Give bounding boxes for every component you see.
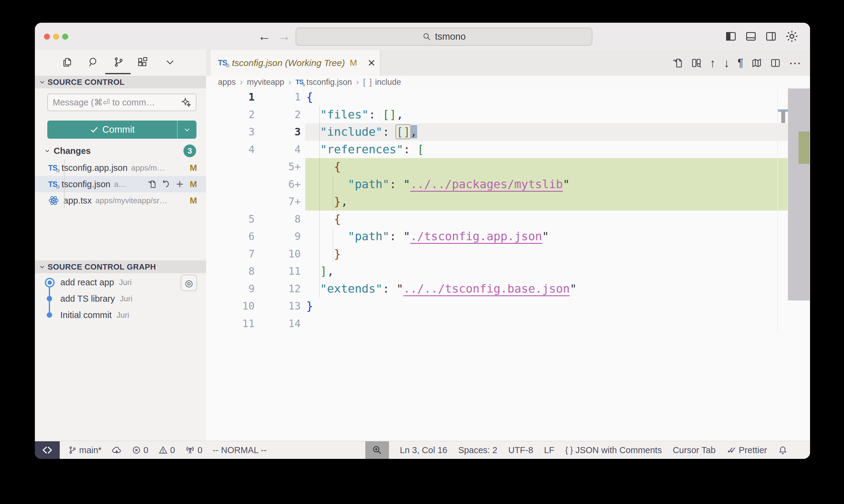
zoom-indicator[interactable] (365, 441, 389, 459)
ports-count[interactable]: 0 (185, 445, 202, 455)
warning-count[interactable]: 0 (158, 445, 175, 455)
source-control-graph-header[interactable]: SOURCE CONTROL GRAPH (35, 260, 206, 273)
overview-added-decoration (798, 131, 810, 164)
next-change-icon[interactable]: ↓ (724, 57, 730, 69)
previous-change-icon[interactable]: ↑ (710, 57, 716, 69)
diff-review-icon[interactable] (691, 57, 702, 69)
code-line-12[interactable]: 912 "extends": "../../tsconfig.base.json… (206, 280, 810, 298)
status-badge: M (190, 179, 197, 189)
notifications-bell[interactable] (778, 445, 788, 455)
chevron-down-icon (45, 148, 50, 154)
code-line-13[interactable]: 1013} (206, 298, 810, 315)
cursor-tab[interactable]: Cursor Tab (673, 445, 716, 455)
settings-gear-icon[interactable] (785, 30, 798, 43)
command-center-search[interactable]: tsmono (296, 28, 592, 46)
commit-author: Juri (120, 294, 133, 304)
commit-graph-list: add react appJuri◎add TS libraryJuriInit… (35, 274, 206, 323)
commit-button[interactable]: Commit (47, 121, 196, 139)
commit-message-input[interactable]: Message (⌘⏎ to comm… (47, 94, 196, 111)
explorer-icon[interactable] (62, 57, 72, 68)
code-line-6[interactable]: 6+ "path": "../../packages/mytslib" (206, 176, 810, 193)
commit-row-2[interactable]: add TS libraryJuri (35, 290, 206, 307)
open-file-icon[interactable] (672, 57, 683, 69)
source-control-header[interactable]: SOURCE CONTROL (35, 76, 206, 88)
modified-line-number: 7+ (255, 193, 301, 211)
tab-tsconfig-working-tree[interactable]: TS⚙ tsconfig.json (Working Tree) M ✕ (211, 50, 380, 76)
breadcrumb[interactable]: apps›myviteapp›TS⚙tsconfig.json›[ ]inclu… (206, 76, 810, 88)
indentation[interactable]: Spaces: 2 (458, 445, 497, 455)
search-view-icon[interactable] (88, 57, 99, 68)
modified-line-number: 9 (255, 228, 301, 245)
chevron-down-icon (39, 264, 45, 270)
chevron-down-icon[interactable] (165, 57, 175, 68)
extensions-icon[interactable] (137, 57, 148, 68)
commit-row-3[interactable]: Initial commitJuri (35, 307, 206, 323)
code-line-2[interactable]: 22 "files": [], (206, 106, 810, 124)
error-count[interactable]: 0 (132, 445, 148, 455)
code-lines[interactable]: 11{22 "files": [],33 "include": [],44 "r… (206, 88, 810, 332)
vim-mode[interactable]: -- NORMAL -- (213, 445, 267, 455)
encoding[interactable]: UTF-8 (508, 445, 533, 455)
split-editor-icon[interactable] (770, 57, 781, 69)
open-file-icon[interactable] (147, 180, 156, 189)
code-line-4[interactable]: 44 "references": [ (206, 141, 810, 158)
code-line-11[interactable]: 811 ], (206, 263, 810, 280)
forward-arrow-icon[interactable]: → (277, 27, 291, 45)
array-symbol-icon: [ ] (363, 77, 373, 87)
code-line-8[interactable]: 58 { (206, 211, 810, 228)
toggle-primary-sidebar-icon[interactable] (725, 31, 737, 42)
toggle-panel-icon[interactable] (745, 31, 757, 42)
zoom-window-button[interactable] (62, 34, 68, 40)
scrollbar-slider[interactable] (788, 88, 810, 301)
change-row-tsconfig.app.json[interactable]: TS⚙tsconfig.app.jsonapps/m…M (35, 160, 206, 176)
back-arrow-icon[interactable]: ← (258, 27, 271, 45)
commit-dropdown-button[interactable] (177, 121, 196, 139)
overview-ruler-border (777, 88, 778, 334)
language-mode[interactable]: { }JSON with Comments (565, 445, 662, 455)
formatter[interactable]: ✓✓Prettier (726, 445, 767, 455)
map-icon[interactable] (751, 57, 762, 69)
typescript-file-icon: TS⚙ (48, 180, 57, 189)
code-line-7[interactable]: 7+ }, (206, 193, 810, 211)
close-window-button[interactable] (44, 34, 50, 40)
code-line-1[interactable]: 11{ (206, 88, 810, 106)
source-control-view-icon[interactable] (113, 57, 124, 68)
zoom-in-icon (372, 445, 382, 455)
code-line-5[interactable]: 5+ { (206, 158, 810, 176)
branch-status[interactable]: main* (68, 445, 102, 455)
breadcrumb-item[interactable]: [ ]include (363, 77, 401, 87)
commit-message: add react app (60, 277, 114, 287)
stage-file-icon[interactable] (175, 180, 184, 189)
sparkle-icon[interactable] (181, 97, 191, 107)
notifications-bell-icon[interactable] (778, 445, 788, 455)
close-tab-icon[interactable]: ✕ (367, 57, 376, 69)
whitespace-toggle-icon[interactable]: ¶ (738, 57, 743, 69)
eol[interactable]: LF (544, 445, 554, 455)
radio-tower-icon (185, 445, 195, 455)
publish-button[interactable] (112, 445, 122, 455)
changes-section-header[interactable]: Changes 3 (35, 142, 206, 159)
checkout-target-button[interactable]: ◎ (181, 275, 197, 291)
code-line-14[interactable]: 1114 (206, 315, 810, 332)
original-line-number: 6 (206, 228, 255, 245)
breadcrumb-item[interactable]: apps (218, 77, 236, 87)
modified-line-number: 14 (255, 315, 301, 332)
more-actions-icon[interactable]: ⋯ (789, 57, 801, 69)
breadcrumb-item[interactable]: TS⚙tsconfig.json (296, 77, 352, 87)
code-line-10[interactable]: 710 } (206, 245, 810, 263)
code-line-9[interactable]: 69 "path": "./tsconfig.app.json" (206, 228, 810, 245)
breadcrumb-item[interactable]: myviteapp (247, 77, 285, 87)
change-row-tsconfig.json[interactable]: TS⚙tsconfig.jsona…M (35, 176, 206, 192)
discard-changes-icon[interactable] (161, 180, 170, 189)
code-line-3[interactable]: 33 "include": [], (206, 123, 810, 141)
file-name: tsconfig.app.json (62, 163, 127, 173)
toggle-secondary-sidebar-icon[interactable] (765, 31, 777, 42)
modified-flag: M (350, 58, 357, 68)
remote-indicator[interactable] (35, 441, 60, 459)
commit-row-1[interactable]: add react appJuri◎ (35, 274, 206, 290)
minimize-window-button[interactable] (53, 34, 59, 40)
cursor-position[interactable]: Ln 3, Col 16 (400, 445, 447, 455)
original-line-number: 10 (206, 298, 255, 315)
change-row-app.tsx[interactable]: app.tsxapps/myviteapp/sr…M (35, 192, 206, 209)
modified-line-number: 11 (255, 263, 301, 280)
